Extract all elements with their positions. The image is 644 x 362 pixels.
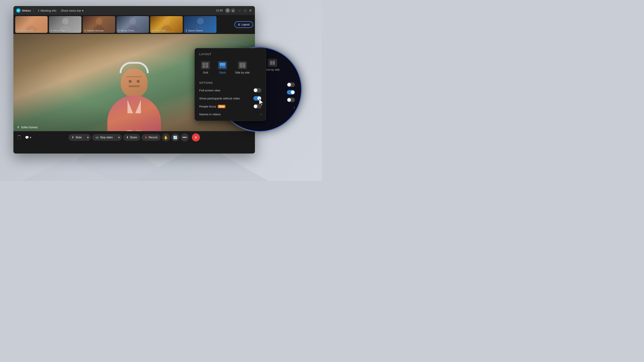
svg-rect-5 (202, 65, 205, 68)
title-bar-divider (34, 8, 34, 13)
status-icon: ◎ (231, 8, 235, 13)
participant-thumb-darren[interactable]: 🎙 Darren Owens (184, 16, 216, 33)
close-button[interactable]: ✕ (249, 9, 252, 12)
stack-layout-label: Stack (219, 71, 226, 74)
zoom-side-by-side-label: Side by side (265, 68, 280, 71)
layout-button[interactable]: ⊟ Layout (234, 21, 253, 28)
names-in-videos-label: Names in videos (199, 113, 221, 116)
zoom-names-chevron-icon: › (294, 105, 295, 110)
layout-option-grid[interactable]: Grid (199, 59, 212, 76)
chat-dropdown-icon: ▾ (30, 136, 31, 139)
participant-thumb-clarissa[interactable]: 🎙 Clarissa Smith (15, 16, 48, 33)
participant-name-marise: 🎙 Marise Torres (118, 29, 134, 32)
zoom-side-by-side-icon (268, 59, 277, 67)
title-bar-right: 12:40 ? ◎ − □ ✕ (216, 8, 252, 13)
bottom-left-controls: 💬 ▾ (17, 135, 33, 140)
participant-name-clarissa: 🎙 Clarissa Smith (16, 29, 34, 32)
show-participants-toggle[interactable] (253, 96, 262, 100)
svg-rect-22 (270, 61, 272, 65)
stop-video-button[interactable]: 📹 Stop video (92, 134, 116, 141)
mute-icon: 🎙 (72, 136, 74, 139)
options-section-title: Options (199, 81, 262, 84)
participant-thumb-isabelle[interactable]: 🎙 Isabelle Brennan (83, 16, 115, 33)
main-presenter (107, 62, 161, 131)
people-focus-toggle-knob (254, 105, 258, 108)
mic-icon-5: 🎙 (185, 29, 188, 32)
share-button[interactable]: ⬆ Share (123, 134, 140, 141)
svg-rect-6 (206, 65, 208, 68)
participant-thumb-henry[interactable]: 🎙 Henry Riggs (49, 16, 82, 33)
names-in-videos-row[interactable]: Names in videos › (199, 112, 262, 116)
mute-dropdown-button[interactable]: ▾ (85, 134, 91, 141)
zoom-fullscreen-knob (287, 83, 291, 86)
mic-icon: 🎙 (16, 29, 19, 32)
stop-video-button-group: 📹 Stop video ▾ (92, 134, 122, 141)
record-button[interactable]: ⏺ Record (142, 134, 160, 141)
fullscreen-label: Full-screen view (199, 89, 220, 92)
title-bar: W Webex ℹ Meeting info Show menu bar ▾ 1… (14, 6, 255, 15)
raise-hand-button[interactable]: ✋ (162, 133, 170, 141)
end-call-button[interactable]: ✕ (192, 133, 200, 141)
video-dropdown-button[interactable]: ▾ (116, 134, 122, 141)
record-label: Record (149, 136, 158, 139)
fullscreen-toggle[interactable] (253, 88, 262, 92)
zoom-people-focus-knob (287, 98, 291, 102)
layout-options-group: Grid Stack Side by side (199, 59, 262, 76)
layout-panel: Layout Grid (194, 48, 266, 121)
zoom-fullscreen-toggle[interactable] (287, 82, 295, 87)
headphones-visual (120, 62, 149, 73)
chat-button[interactable]: 💬 ▾ (23, 135, 33, 140)
layout-option-stack[interactable]: Stack (216, 59, 229, 76)
grid-layout-label: Grid (203, 71, 208, 74)
participant-name-isabelle: 🎙 Isabelle Brennan (84, 29, 104, 32)
stop-video-label: Stop video (100, 136, 113, 139)
layout-option-side-by-side[interactable]: Side by side (233, 59, 251, 76)
svg-rect-23 (272, 61, 275, 65)
mute-button[interactable]: 🎙 Mute (68, 134, 85, 141)
presenter-body (107, 95, 161, 131)
meeting-info-label: Meeting info (40, 9, 56, 12)
meeting-info-button[interactable]: ℹ Meeting info (36, 8, 58, 13)
more-icon: ••• (182, 135, 187, 140)
chat-icon: 💬 (25, 136, 29, 139)
more-options-button[interactable]: ••• (181, 133, 189, 141)
minimize-button[interactable]: − (238, 9, 242, 12)
show-participants-toggle-knob (258, 96, 261, 100)
zoom-side-by-side-option[interactable]: Side by side (265, 59, 280, 71)
zoom-people-focus-toggle[interactable] (287, 98, 295, 102)
svg-rect-9 (222, 66, 224, 68)
user-avatar: ? (226, 8, 230, 13)
webex-icon: W (16, 8, 20, 13)
presenter-name-tag: 🎙 Sofia Gomez (17, 126, 38, 129)
participants-strip: 🎙 Clarissa Smith 🎙 Henry Riggs 🎙 (14, 15, 255, 34)
mute-button-group: 🎙 Mute ▾ (68, 134, 91, 141)
show-menu-label: Show menu bar (61, 9, 81, 12)
presenter-name: Sofia Gomez (21, 126, 38, 129)
maximize-button[interactable]: □ (243, 9, 247, 12)
loading-spinner (17, 135, 22, 140)
svg-rect-11 (240, 63, 242, 68)
show-participants-label: Show participants without video (199, 97, 240, 100)
mic-icon-2: 🎙 (84, 29, 86, 32)
grid-layout-icon (201, 61, 210, 69)
show-menu-button[interactable]: Show menu bar ▾ (61, 9, 84, 12)
side-by-side-layout-label: Side by side (235, 71, 250, 74)
participant-name-darren: 🎙 Darren Owens (185, 29, 202, 32)
control-bar: 💬 ▾ 🎙 Mute ▾ 📹 Stop video ▾ ⬆ (14, 131, 255, 144)
fullscreen-option-row: Full-screen view (199, 88, 262, 92)
end-call-icon: ✕ (194, 135, 197, 140)
svg-rect-4 (206, 63, 208, 65)
zoom-participants-toggle[interactable] (287, 90, 295, 94)
mic-muted-icon: 🎙 (50, 29, 52, 32)
participant-thumb-marise[interactable]: 🎙 Marise Torres (116, 16, 149, 33)
participant-name-henry: 🎙 Henry Riggs (50, 29, 66, 32)
people-focus-toggle[interactable] (253, 104, 262, 109)
app-name: Webex (22, 9, 31, 12)
record-icon: ⏺ (145, 136, 147, 139)
participant-thumb-umar[interactable]: 🎙 Umar Patel (150, 16, 183, 33)
zoom-participants-knob (291, 90, 294, 94)
mute-label: Mute (76, 136, 82, 139)
reactions-button[interactable]: 🔄 (171, 133, 179, 141)
svg-rect-8 (220, 66, 222, 68)
layout-icon: ⊟ (238, 23, 240, 26)
